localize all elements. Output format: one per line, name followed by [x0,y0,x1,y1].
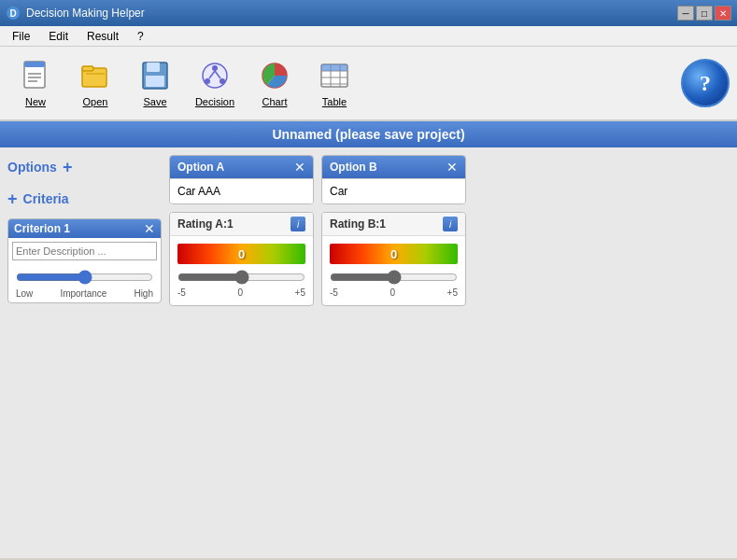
criterion-1-close-button[interactable]: ✕ [144,222,155,235]
importance-low-label: Low [16,288,33,299]
toolbar: New Open Save [0,47,737,121]
importance-labels: Low Importance High [16,288,153,299]
option-a-card: Option A ✕ [169,155,314,204]
rating-b1-scale: -5 0 +5 [330,287,458,298]
criterion-1-description[interactable] [12,242,157,260]
minimize-button[interactable]: ─ [677,6,694,21]
rating-b1-title: Rating B:1 [330,217,386,231]
option-b-card: Option B ✕ [321,155,466,204]
save-button[interactable]: Save [127,51,183,115]
rating-b1-scale-max: +5 [447,287,458,298]
project-title: Unnamed (please save project) [272,127,464,142]
chart-label: Chart [262,96,288,107]
rating-a1-title: Rating A:1 [177,217,234,231]
rating-a1-bar-container: 0 -5 0 +5 [170,236,313,305]
save-icon [138,59,172,92]
rating-b1-scale-min: -5 [330,287,338,298]
importance-slider-container: Low Importance High [12,266,157,299]
decision-icon [198,59,232,92]
svg-point-16 [220,78,225,84]
content-area: Options + + Criteria Criterion 1 ✕ Low [7,155,730,551]
rating-b1-bar: 0 [330,244,458,264]
menu-file[interactable]: File [4,27,38,46]
rating-b1-value: 0 [390,247,397,261]
app-title: Decision Making Helper [26,7,145,20]
rating-a1-value: 0 [238,247,245,261]
rating-a1-header: Rating A:1 i [170,213,313,236]
add-criteria-button[interactable]: + [7,190,18,207]
rating-a1-scale-min: -5 [177,287,186,298]
close-button[interactable]: ✕ [715,6,731,21]
right-panel: Option A ✕ Option B ✕ [169,155,730,551]
option-b-input[interactable] [322,178,465,203]
main-content: Options + + Criteria Criterion 1 ✕ Low [0,147,737,558]
left-panel: Options + + Criteria Criterion 1 ✕ Low [7,155,162,551]
open-button[interactable]: Open [67,51,123,115]
option-b-close-button[interactable]: ✕ [446,160,458,175]
svg-point-15 [205,78,210,84]
svg-point-14 [212,65,218,71]
chart-icon [258,59,291,92]
table-label: Table [322,96,347,107]
importance-mid-label: Importance [60,288,106,299]
option-a-title: Option A [177,161,224,174]
menu-result[interactable]: Result [78,27,127,46]
table-button[interactable]: Table [306,51,362,115]
decision-button[interactable]: Decision [187,51,243,115]
help-button[interactable]: ? [681,59,730,107]
rating-a1-scale-mid: 0 [237,287,243,298]
rating-a1-scale-max: +5 [295,287,305,298]
rating-b1-slider[interactable] [330,270,458,285]
rating-b1-scale-mid: 0 [390,287,395,298]
criterion-1-box: Criterion 1 ✕ Low Importance High [7,218,162,303]
menu-edit[interactable]: Edit [40,27,77,46]
add-option-button[interactable]: + [63,159,73,175]
project-title-bar: Unnamed (please save project) [0,121,737,147]
criteria-label: Criteria [23,191,69,206]
importance-slider[interactable] [16,270,153,285]
new-label: New [25,96,46,107]
save-label: Save [143,96,166,107]
criterion-1-title: Criterion 1 [14,222,70,235]
table-icon [318,59,351,92]
option-a-input[interactable] [170,178,313,203]
new-button[interactable]: New [7,51,64,115]
open-label: Open [83,96,108,107]
maximize-button[interactable]: □ [696,6,713,21]
criterion-1-header: Criterion 1 ✕ [8,219,161,238]
rating-a1-slider[interactable] [177,270,305,285]
open-icon [78,59,112,92]
app-icon: D [6,6,21,21]
rating-a1-bar: 0 [177,244,305,264]
option-b-header: Option B ✕ [322,156,465,178]
menu-help[interactable]: ? [129,27,152,46]
ratings-row: Rating A:1 i 0 -5 0 +5 [169,212,730,306]
option-b-title: Option B [330,161,377,174]
svg-rect-8 [82,66,93,71]
menu-bar: File Edit Result ? [0,26,737,47]
decision-label: Decision [195,96,234,107]
help-icon: ? [700,71,711,96]
svg-rect-12 [146,76,164,87]
chart-button[interactable]: Chart [247,51,303,115]
criteria-section-header: + Criteria [7,187,162,211]
svg-rect-26 [321,64,347,71]
importance-high-label: High [134,288,153,299]
svg-rect-3 [24,62,45,67]
options-label: Options [7,160,57,175]
option-a-close-button[interactable]: ✕ [294,160,305,175]
rating-b1-header: Rating B:1 i [322,213,465,236]
new-icon [19,59,52,92]
rating-b1-card: Rating B:1 i 0 -5 0 +5 [321,212,466,306]
rating-a1-card: Rating A:1 i 0 -5 0 +5 [169,212,314,306]
options-section-header: Options + [7,155,162,179]
rating-b1-bar-container: 0 -5 0 +5 [322,236,465,305]
window-controls: ─ □ ✕ [677,6,731,21]
rating-a1-info-button[interactable]: i [291,217,305,231]
title-bar: D Decision Making Helper ─ □ ✕ [0,0,737,26]
rating-a1-scale: -5 0 +5 [177,287,305,298]
svg-rect-11 [147,63,160,72]
options-row: Option A ✕ Option B ✕ [169,155,730,204]
option-a-header: Option A ✕ [170,156,313,178]
rating-b1-info-button[interactable]: i [443,217,458,231]
